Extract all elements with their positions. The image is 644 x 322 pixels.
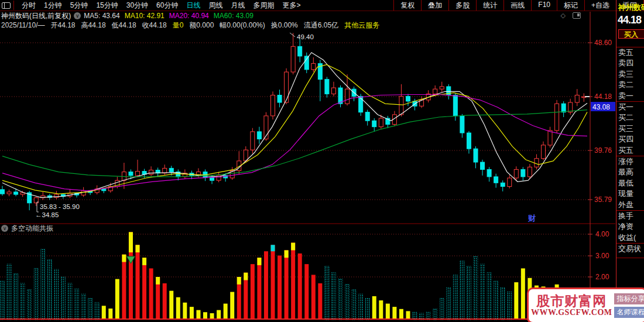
quote-group: 换手净资收益( — [616, 210, 644, 243]
watermark-box: 股市财富网 WWW.GSCFW.COM 指标分享 名师课程 — [527, 287, 644, 322]
menu-item[interactable]: 画线 — [503, 0, 531, 11]
collapse-icon[interactable]: ∨ — [1, 225, 8, 232]
quote-row[interactable]: 外盘 — [616, 200, 644, 210]
menu-item[interactable]: 更多> — [282, 1, 300, 11]
quote-row[interactable]: 买三 — [616, 124, 644, 134]
watermark-badge-2: 名师课程 — [614, 307, 644, 318]
svg-text:35.79: 35.79 — [594, 196, 612, 204]
chart-corner-icons: ◇ — [561, 12, 581, 19]
ohlc-item: 量0 — [173, 20, 184, 30]
ma-values: MA5: 43.64MA10: 42.91MA20: 40.94MA60: 43… — [84, 12, 258, 20]
quote-row[interactable]: 卖五 — [616, 47, 644, 58]
ohlc-item: 换0.00% — [271, 20, 298, 30]
menu-item[interactable]: 多周期 — [253, 1, 274, 11]
menu-item[interactable]: 日线 — [186, 1, 200, 11]
quote-row[interactable]: 涨停 — [616, 156, 644, 167]
quote-row[interactable]: 卖四 — [616, 58, 644, 68]
ohlc-row: 2025/11/10/—开44.18高44.18低44.18收44.18量0额0… — [0, 20, 616, 30]
chevron-down-icon[interactable]: ∨ — [74, 12, 81, 19]
menu-item[interactable]: 30分钟 — [126, 1, 148, 11]
svg-text:39.76: 39.76 — [594, 146, 612, 155]
indicator-title-row: ∨ 多空动能共振 — [1, 224, 53, 232]
trading-app-window: 分时1分钟5分钟15分钟30分钟60分钟日线周线月线多周期更多> 复权叠加多股统… — [0, 0, 644, 322]
indicator-name: 多空动能共振 — [11, 224, 53, 234]
menu-item[interactable]: 周线 — [208, 1, 222, 11]
ohlc-item: 低44.18 — [112, 20, 136, 30]
quote-group: 交易状 — [616, 243, 644, 254]
menu-item[interactable]: F10 — [531, 0, 557, 11]
svg-text:←34.85: ←34.85 — [35, 211, 59, 218]
menu-item[interactable]: 统计 — [476, 0, 503, 11]
ohlc-item: 高44.18 — [81, 20, 106, 30]
quote-row[interactable]: 买四 — [616, 134, 644, 145]
menu-item[interactable]: 多股 — [448, 0, 476, 11]
buy-button[interactable]: 买入 — [618, 29, 644, 39]
menu-item[interactable]: 60分钟 — [156, 1, 178, 11]
menu-item[interactable]: 复权 — [393, 0, 421, 11]
stock-title: 神州数码(日线,前复权) — [1, 11, 71, 21]
svg-text:44.18: 44.18 — [594, 93, 612, 101]
ohlc-item: 开44.18 — [51, 20, 76, 30]
menu-item[interactable]: 15分钟 — [96, 1, 118, 11]
layout-icon[interactable] — [2, 2, 11, 9]
quote-group — [616, 258, 644, 258]
ma-value: MA20: 40.94 — [169, 12, 209, 20]
quote-group: 卖五卖四卖三卖二卖一 — [616, 47, 644, 101]
ma-value: MA10: 42.91 — [125, 12, 165, 20]
quote-row[interactable]: 最高 — [616, 167, 644, 177]
diamond-icon[interactable]: ◇ — [561, 12, 566, 19]
quote-stock-name: 神州数码 — [618, 2, 644, 13]
quote-row[interactable]: 买一 — [616, 102, 644, 112]
menu-item[interactable]: 标记 — [557, 0, 584, 11]
menu-item[interactable]: +自选 — [584, 0, 616, 11]
ohlc-item: 流通6.05亿 — [304, 20, 338, 30]
watermark-title: 股市财富网 — [531, 294, 612, 308]
top-menu-bar: 分时1分钟5分钟15分钟30分钟60分钟日线周线月线多周期更多> 复权叠加多股统… — [0, 0, 644, 11]
menu-item[interactable]: 叠加 — [421, 0, 448, 11]
panel-toggle-icon[interactable] — [573, 12, 581, 19]
ohlc-item: 收44.18 — [142, 20, 167, 30]
quote-row[interactable]: 买五 — [616, 145, 644, 156]
svg-text:49.40: 49.40 — [297, 33, 314, 40]
stock-info-row: 神州数码(日线,前复权) ∨ MA5: 43.64MA10: 42.91MA20… — [0, 11, 616, 20]
watermark-url: WWW.GSCFW.COM — [531, 308, 612, 317]
watermark-left: 股市财富网 WWW.GSCFW.COM — [531, 294, 612, 317]
watermark-badge-1: 指标分享 — [614, 293, 644, 304]
ohlc-item: 幅0.00(0.00%) — [220, 20, 265, 30]
svg-text:35.83 - 35.90: 35.83 - 35.90 — [40, 203, 80, 210]
quote-row[interactable]: 卖二 — [616, 80, 644, 90]
menu-divider — [13, 1, 14, 10]
svg-text:3.00: 3.00 — [595, 252, 609, 260]
ohlc-item: 2025/11/10/— — [1, 21, 45, 29]
ohlc-item: 其他云服务 — [344, 20, 379, 30]
quote-row[interactable]: 买二 — [616, 112, 644, 123]
ma-value: MA5: 43.64 — [84, 12, 119, 20]
svg-text:43.08: 43.08 — [592, 103, 610, 111]
ma-lines-layer — [2, 53, 587, 198]
menu-item[interactable]: 5分钟 — [70, 1, 88, 11]
quote-row[interactable]: 收益( — [616, 232, 644, 243]
quote-row[interactable]: 交易状 — [616, 244, 644, 254]
quote-row[interactable]: 现量 — [616, 189, 644, 199]
ma-value: MA60: 43.09 — [214, 12, 254, 20]
price-axis: 48.6044.1839.7635.7943.084.003.002.00 — [588, 39, 615, 281]
quote-row[interactable]: 最低 — [616, 178, 644, 189]
quote-panel: 神州数码 44.18 买入 卖五卖四卖三卖二卖一买一买二买三买四买五涨停最高最低… — [616, 0, 644, 322]
svg-text:2.00: 2.00 — [595, 273, 609, 281]
quote-price: 44.18 — [618, 14, 641, 26]
ohlc-item: 额0.000 — [189, 20, 214, 30]
quote-row[interactable]: 卖三 — [616, 69, 644, 80]
menu-item[interactable]: 月线 — [231, 1, 245, 11]
menu-item[interactable]: 分时 — [22, 1, 36, 11]
quote-group: 涨停最高最低现量外盘 — [616, 156, 644, 210]
svg-text:48.60: 48.60 — [594, 39, 612, 47]
quote-row[interactable]: 卖一 — [616, 91, 644, 101]
quote-group: 买一买二买三买四买五 — [616, 101, 644, 156]
quote-row[interactable]: 换手 — [616, 211, 644, 221]
menu-item[interactable]: 1分钟 — [44, 1, 62, 11]
main-chart[interactable]: 48.6044.1839.7635.7943.084.003.002.0049.… — [0, 0, 616, 322]
period-menu: 分时1分钟5分钟15分钟30分钟60分钟日线周线月线多周期更多> — [18, 1, 304, 11]
action-menu: 复权叠加多股统计画线F10标记+自选返回 — [393, 0, 644, 11]
quote-row[interactable]: 净资 — [616, 221, 644, 232]
buy-signal-arrow-icon — [126, 256, 135, 263]
